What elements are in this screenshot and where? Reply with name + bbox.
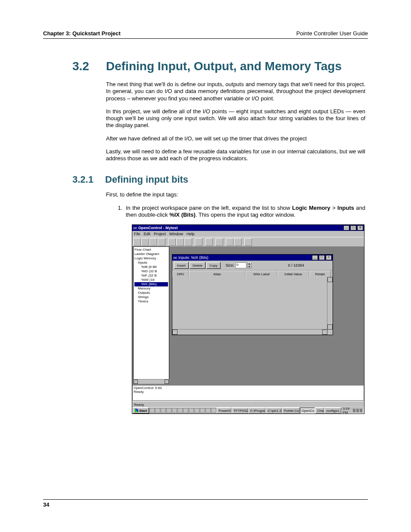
tray-icon[interactable] <box>353 409 355 412</box>
taskbar-task[interactable]: PowerDesk :-) <box>217 408 231 414</box>
taskbar-task-active[interactable]: OpenControl ... <box>300 408 315 414</box>
column-initial-value[interactable]: Initial Value <box>277 271 309 277</box>
grid-vscrollbar[interactable] <box>327 277 333 330</box>
quick-launch-icon[interactable] <box>183 408 188 413</box>
quick-launch-icon[interactable] <box>211 408 216 413</box>
tree-item-selected[interactable]: %IX (Bits) <box>134 282 168 286</box>
toolbar-button[interactable] <box>234 238 242 246</box>
column-retain[interactable]: Retain <box>309 271 331 277</box>
app-title: oc OpenControl - Mytest <box>133 226 178 230</box>
scroll-left-icon[interactable] <box>134 380 138 384</box>
toolbar-button[interactable] <box>168 238 176 246</box>
toolbar-button[interactable] <box>184 238 192 246</box>
step-1: In the project workspace pane on the lef… <box>124 205 365 219</box>
scroll-right-icon[interactable] <box>165 380 169 384</box>
toolbar-button[interactable] <box>205 238 213 246</box>
size-spinner[interactable]: ▲▼ <box>247 262 252 268</box>
quick-launch-icon[interactable] <box>166 408 171 413</box>
toolbar-button[interactable] <box>149 238 157 246</box>
scroll-down-icon[interactable] <box>327 324 333 330</box>
taskbar-task[interactable]: Chart1 <box>315 408 324 414</box>
toolbar-button[interactable] <box>141 238 149 246</box>
size-label: Size: <box>226 263 234 268</box>
taskbar-task[interactable]: TFTPD32 by P... <box>232 408 248 414</box>
menu-file[interactable]: File <box>134 232 140 236</box>
quick-launch-icon[interactable] <box>189 408 194 413</box>
tree-item[interactable]: Flow Chart <box>134 248 168 252</box>
quick-launch-icon[interactable] <box>177 408 183 413</box>
tree-item[interactable]: Inputs <box>134 261 168 265</box>
quick-launch <box>149 408 216 413</box>
taskbar-task[interactable]: C:\plc1.31_01... <box>266 408 281 414</box>
screenshot: oc OpenControl - Mytest _ □ × File Edit … <box>132 224 365 414</box>
tree-item[interactable]: Timers <box>134 299 168 304</box>
child-minimize-button[interactable]: _ <box>312 255 318 260</box>
app-window: oc OpenControl - Mytest _ □ × File Edit … <box>132 224 364 414</box>
child-close-button[interactable]: × <box>326 255 332 260</box>
child-titlebar[interactable]: oc Inputs: %IX (Bits) _ □ × <box>172 255 333 261</box>
child-maximize-button[interactable]: □ <box>319 255 325 260</box>
windows-logo-icon <box>135 409 138 412</box>
menu-project[interactable]: Project <box>154 232 166 236</box>
taskbar-task[interactable]: C:\Program File... <box>249 408 266 414</box>
insert-button[interactable]: Insert <box>174 262 189 269</box>
tree-item[interactable]: Strings <box>134 295 168 299</box>
column-alias[interactable]: Alias <box>189 271 246 277</box>
project-tree[interactable]: Flow Chart Ladder Diagram Logic Memory I… <box>133 246 169 384</box>
column-wire-label[interactable]: Wire Label <box>246 271 277 277</box>
quick-launch-icon[interactable] <box>206 408 211 413</box>
tree-item[interactable]: Memory <box>134 286 168 291</box>
tree-item[interactable]: %IW (16 <box>134 278 168 282</box>
scroll-left-icon[interactable] <box>172 330 177 335</box>
tree-item[interactable]: %IF (32 B <box>134 274 168 278</box>
toolbar-button[interactable] <box>133 238 141 246</box>
taskbar: Start <box>132 407 364 414</box>
tag-grid[interactable] <box>172 277 327 330</box>
maximize-button[interactable]: □ <box>350 225 356 230</box>
section-number: 3.2 <box>72 59 94 73</box>
size-input[interactable]: 0 <box>235 262 246 268</box>
tree-hscrollbar[interactable] <box>133 379 169 384</box>
toolbar-button[interactable] <box>195 238 202 246</box>
close-button[interactable]: × <box>357 225 363 230</box>
tree-item[interactable]: Logic Memory <box>134 256 168 261</box>
taskbar-task[interactable]: configs1.bmp -... <box>324 408 341 414</box>
column-drv[interactable]: DRV <box>172 271 189 277</box>
subsection-heading: 3.2.1 Defining input bits <box>72 174 365 185</box>
tree-item[interactable]: Outputs <box>134 291 168 295</box>
tree-item[interactable]: %ID (32 B <box>134 269 168 274</box>
quick-launch-icon[interactable] <box>149 408 155 413</box>
delete-button[interactable]: Delete <box>190 262 206 269</box>
scroll-up-icon[interactable] <box>327 277 333 282</box>
toolbar-button[interactable] <box>215 238 223 246</box>
toolbar-button[interactable] <box>176 238 184 246</box>
quick-launch-icon[interactable] <box>194 408 199 413</box>
subsection-intro: First, to define the input tags: <box>106 191 365 198</box>
content-area: 3.2 Defining Input, Output, and Memory T… <box>43 39 368 414</box>
scroll-right-icon[interactable] <box>322 330 327 335</box>
tree-item[interactable]: %IB (8 Bit <box>134 265 168 269</box>
section-title: Defining Input, Output, and Memory Tags <box>106 59 342 73</box>
toolbar-button[interactable] <box>244 238 252 246</box>
menu-edit[interactable]: Edit <box>144 232 151 236</box>
mdi-workarea: Flow Chart Ladder Diagram Logic Memory I… <box>132 246 364 385</box>
log-line: Ready. <box>134 390 363 394</box>
copy-button[interactable]: Copy <box>206 262 221 269</box>
tree-item[interactable]: Ladder Diagram <box>134 252 168 256</box>
quick-launch-icon[interactable] <box>155 408 160 413</box>
toolbar-button[interactable] <box>226 238 234 246</box>
quick-launch-icon[interactable] <box>200 408 205 413</box>
app-titlebar[interactable]: oc OpenControl - Mytest _ □ × <box>132 225 364 231</box>
quick-launch-icon[interactable] <box>172 408 177 413</box>
toolbar-button[interactable] <box>158 238 165 246</box>
guide-title: Pointe Controller User Guide <box>296 30 368 37</box>
menu-window[interactable]: Window <box>169 232 183 236</box>
menu-help[interactable]: Help <box>187 232 195 236</box>
minimize-button[interactable]: _ <box>343 225 349 230</box>
quick-launch-icon[interactable] <box>161 408 166 413</box>
tray-icon[interactable] <box>360 409 362 412</box>
taskbar-task[interactable]: Pointe Controlle... <box>282 408 299 414</box>
start-button[interactable]: Start <box>133 408 149 414</box>
grid-hscrollbar[interactable] <box>172 329 327 335</box>
tray-icon[interactable] <box>356 409 359 412</box>
